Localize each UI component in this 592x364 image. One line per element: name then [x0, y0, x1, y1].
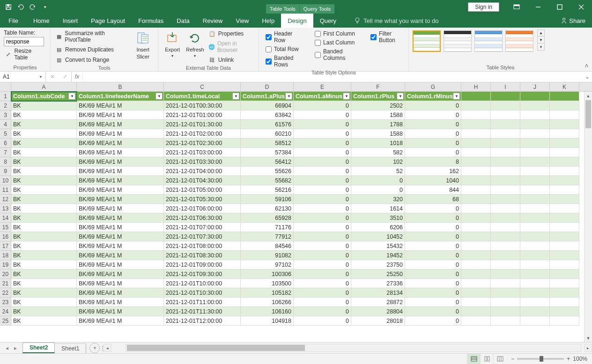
chk-last-column[interactable]: Last Column	[315, 39, 356, 46]
refresh-button[interactable]: Refresh▾	[185, 29, 205, 64]
cell[interactable]: 0	[405, 223, 461, 232]
cell[interactable]: BK/69 MEA#1 M	[77, 110, 164, 120]
table-header-cell[interactable]: Column1.rMinus▾	[405, 92, 461, 101]
table-header-cell[interactable]	[461, 92, 491, 101]
cell[interactable]: BK	[11, 232, 77, 241]
cell[interactable]	[461, 129, 491, 138]
cell[interactable]	[520, 223, 550, 232]
tab-data[interactable]: Data	[170, 14, 196, 28]
cell[interactable]: 0	[294, 195, 351, 204]
cell[interactable]	[550, 120, 579, 129]
cell[interactable]: BK	[11, 110, 77, 120]
cell[interactable]: BK/69 MEA#1 M	[77, 279, 164, 288]
cell[interactable]	[550, 176, 579, 185]
cell[interactable]: 19452	[351, 251, 405, 260]
row-header[interactable]: 11	[0, 185, 11, 195]
cell[interactable]: 2021-12-01T07:30:00	[164, 232, 241, 241]
sheet-nav-prev-icon[interactable]: ◂	[3, 345, 11, 351]
cell[interactable]: 0	[405, 307, 461, 316]
cell[interactable]	[550, 110, 579, 120]
row-header[interactable]: 18	[0, 251, 11, 260]
cell[interactable]: 0	[405, 316, 461, 326]
cell[interactable]: 68	[405, 195, 461, 204]
cell[interactable]: 15432	[351, 241, 405, 251]
cell[interactable]	[491, 232, 520, 241]
table-style-thumb[interactable]	[444, 30, 472, 52]
row-header[interactable]: 6	[0, 138, 11, 148]
cell[interactable]: BK/69 MEA#1 M	[77, 213, 164, 223]
column-header[interactable]: A	[11, 82, 77, 91]
cell[interactable]	[550, 269, 579, 279]
cell[interactable]	[491, 241, 520, 251]
cell[interactable]: 2021-12-01T01:30:00	[164, 120, 241, 129]
cell[interactable]: 0	[405, 241, 461, 251]
cell[interactable]: 0	[405, 298, 461, 307]
cell[interactable]	[550, 213, 579, 223]
cell[interactable]: 103500	[241, 279, 294, 288]
cell[interactable]: BK/69 MEA#1 M	[77, 307, 164, 316]
view-page-layout-icon[interactable]	[480, 354, 493, 364]
gallery-scroll-up-icon[interactable]: ▲	[537, 29, 545, 36]
cell[interactable]	[491, 223, 520, 232]
row-header[interactable]: 24	[0, 307, 11, 316]
cell[interactable]: 0	[294, 288, 351, 298]
cell[interactable]: BK/69 MEA#1 M	[77, 269, 164, 279]
horizontal-scrollbar[interactable]	[126, 344, 581, 352]
row-header[interactable]: 22	[0, 288, 11, 298]
filter-dropdown-icon[interactable]: ▾	[232, 93, 239, 100]
cell[interactable]	[491, 120, 520, 129]
cell[interactable]	[520, 176, 550, 185]
cell[interactable]: 0	[405, 251, 461, 260]
row-header[interactable]: 17	[0, 241, 11, 251]
cell[interactable]	[520, 260, 550, 269]
vscroll-down-icon[interactable]: ▼	[585, 334, 592, 342]
cell[interactable]: BK	[11, 260, 77, 269]
cell[interactable]: 2021-12-01T07:00:00	[164, 223, 241, 232]
row-header[interactable]: 12	[0, 195, 11, 204]
cell[interactable]	[491, 213, 520, 223]
cell[interactable]: BK/69 MEA#1 M	[77, 157, 164, 167]
cell[interactable]	[491, 148, 520, 157]
cell[interactable]	[520, 129, 550, 138]
cell[interactable]: 0	[405, 148, 461, 157]
cell[interactable]: 57384	[241, 148, 294, 157]
cell[interactable]	[550, 223, 579, 232]
cell[interactable]: BK	[11, 195, 77, 204]
cell[interactable]: BK/69 MEA#1 M	[77, 251, 164, 260]
cell[interactable]: 1588	[351, 129, 405, 138]
zoom-slider[interactable]	[517, 358, 564, 360]
cell[interactable]: 2021-12-01T06:00:00	[164, 204, 241, 213]
cell[interactable]: BK/69 MEA#1 M	[77, 138, 164, 148]
cell[interactable]	[491, 260, 520, 269]
ribbon-display-options-icon[interactable]	[506, 0, 527, 14]
sign-in-button[interactable]: Sign in	[468, 2, 499, 12]
tab-help[interactable]: Help	[255, 14, 281, 28]
tab-review[interactable]: Review	[196, 14, 229, 28]
cell[interactable]	[461, 185, 491, 195]
filter-dropdown-icon[interactable]: ▾	[397, 93, 404, 100]
cell[interactable]: BK	[11, 269, 77, 279]
cell[interactable]: BK	[11, 176, 77, 185]
cell[interactable]: 0	[294, 167, 351, 176]
cell[interactable]	[461, 213, 491, 223]
row-header[interactable]: 8	[0, 157, 11, 167]
tab-split-handle[interactable]: ⋮	[100, 345, 104, 351]
collapse-ribbon-icon[interactable]: ᐱ	[584, 62, 589, 69]
cell[interactable]: 28018	[351, 316, 405, 326]
cell[interactable]: 59106	[241, 195, 294, 204]
cell[interactable]: BK/69 MEA#1 M	[77, 176, 164, 185]
cell[interactable]	[461, 307, 491, 316]
select-all-corner[interactable]	[0, 82, 11, 91]
cell[interactable]: 0	[294, 307, 351, 316]
cell[interactable]: BK/69 MEA#1 M	[77, 129, 164, 138]
cell[interactable]	[461, 176, 491, 185]
cell[interactable]	[461, 260, 491, 269]
row-header[interactable]: 4	[0, 120, 11, 129]
cell[interactable]	[461, 241, 491, 251]
cell[interactable]: 10452	[351, 232, 405, 241]
cell[interactable]: 0	[294, 120, 351, 129]
row-header[interactable]: 19	[0, 260, 11, 269]
cell[interactable]: 6206	[351, 223, 405, 232]
cell[interactable]	[550, 288, 579, 298]
cell[interactable]	[461, 120, 491, 129]
